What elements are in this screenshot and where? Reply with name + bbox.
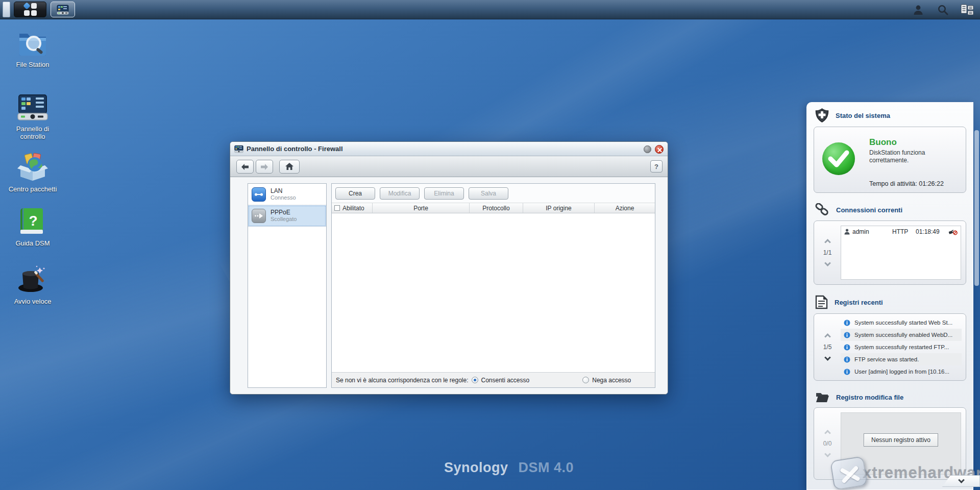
connections-header: Connessioni correnti (807, 198, 973, 219)
delete-button[interactable]: Elimina (424, 187, 464, 200)
allow-access-label: Consenti accesso (481, 377, 530, 384)
xtremehardware-logo (830, 456, 868, 490)
status-value: Buono (869, 137, 951, 148)
column-header-action[interactable]: Azione (595, 203, 655, 213)
control-panel-mini-icon (57, 5, 69, 15)
desktop-icon-file-station[interactable]: File Station (4, 27, 61, 68)
file-station-icon (16, 27, 49, 59)
window-toolbar: ? (230, 156, 668, 177)
desktop-icon-label: File Station (4, 61, 61, 68)
page-up-icon[interactable] (824, 333, 831, 340)
rules-toolbar: Crea Modifica Elimina Salva (332, 184, 655, 203)
page-up-icon[interactable] (824, 239, 831, 246)
close-button[interactable] (655, 145, 664, 154)
section-title: Registri recenti (835, 299, 883, 306)
select-all-checkbox[interactable] (334, 205, 340, 211)
quick-start-icon (16, 263, 49, 296)
connections-panel: 1/1 admin HTTP 01:18:49 (814, 220, 966, 285)
back-button[interactable] (236, 160, 254, 174)
log-entry[interactable]: FTP service was started. (841, 353, 962, 365)
user-icon[interactable] (912, 3, 925, 16)
window-controls (644, 145, 664, 154)
disconnect-icon[interactable] (948, 229, 958, 235)
taskbar-item-control-panel[interactable] (51, 2, 75, 17)
no-active-log-button[interactable]: Nessun registro attivo (864, 433, 938, 447)
column-header-source-ip[interactable]: IP origine (523, 203, 595, 213)
uptime-label: Tempo di attività: 01:26:22 (869, 180, 944, 187)
forward-arrow-icon (260, 163, 269, 170)
dsm-version: DSM 4.0 (519, 460, 574, 475)
package-center-icon (16, 151, 49, 184)
pilot-view-icon[interactable] (961, 3, 974, 16)
desktop-icon-label: Guida DSM (4, 239, 61, 247)
default-policy-label: Se non vi è alcuna corrispondenza con le… (336, 377, 469, 384)
log-entry[interactable]: System successfully enabled WebD... (841, 329, 962, 341)
system-status-panel: Buono DiskStation funziona correttamente… (814, 127, 966, 193)
connection-protocol: HTTP (892, 228, 916, 235)
rules-table-body (332, 213, 655, 372)
connection-time: 01:18:49 (916, 228, 948, 235)
window-titlebar[interactable]: Pannello di controllo - Firewall (230, 142, 668, 156)
interface-item-lan[interactable]: LAN Connesso (248, 184, 326, 205)
page-indicator: 1/1 (823, 249, 832, 256)
desktop-icon-label: Pannello di controllo (4, 125, 61, 140)
show-desktop-button[interactable] (3, 2, 10, 17)
connections-pager: 1/1 (817, 221, 838, 284)
interface-name: LAN (271, 187, 296, 194)
desktop-icon-control-panel[interactable]: Pannello di controllo (4, 91, 61, 140)
apps-grid-icon (24, 3, 37, 16)
connection-row[interactable]: admin HTTP 01:18:49 (841, 226, 961, 237)
log-document-icon (815, 295, 828, 309)
log-entry[interactable]: User [admin] logged in from [10.16... (841, 365, 962, 378)
page-down-icon[interactable] (824, 354, 831, 361)
desktop-icon-package-center[interactable]: Centro pacchetti (4, 151, 61, 193)
desktop-icon-quick-start[interactable]: Avvio veloce (4, 263, 61, 305)
recent-logs-panel: 1/5 System successfully started Web St..… (814, 313, 966, 381)
status-description: DiskStation funziona correttamente. (869, 149, 951, 164)
column-header-ports[interactable]: Porte (373, 203, 470, 213)
dsm-help-icon: ? (16, 205, 49, 238)
home-button[interactable] (279, 160, 300, 174)
create-button[interactable]: Crea (335, 187, 375, 200)
window-title: Pannello di controllo - Firewall (247, 145, 343, 153)
page-up-icon[interactable] (824, 430, 831, 436)
deny-access-radio[interactable] (582, 377, 589, 383)
log-entry[interactable]: System successfully started Web St... (841, 316, 962, 329)
logs-pager: 1/5 (817, 314, 838, 380)
column-header-enabled[interactable]: Abilitato (332, 203, 373, 213)
search-icon[interactable] (936, 3, 949, 16)
page-down-icon[interactable] (824, 451, 831, 457)
column-header-protocol[interactable]: Protocollo (470, 203, 523, 213)
folder-open-icon (815, 391, 829, 403)
svg-text:?: ? (29, 213, 37, 229)
edit-button[interactable]: Modifica (380, 187, 420, 200)
sidebar-scrollbar[interactable] (974, 130, 979, 286)
dsm-watermark: Synology DSM 4.0 (444, 460, 574, 476)
log-entry[interactable]: System successfully restarted FTP... (841, 341, 962, 353)
forward-button[interactable] (256, 160, 273, 174)
main-menu-button[interactable] (14, 2, 46, 17)
lan-icon (252, 187, 266, 202)
info-icon (844, 369, 850, 375)
page-down-icon[interactable] (824, 260, 831, 266)
deny-access-label: Nega accesso (592, 377, 631, 384)
minimize-button[interactable] (644, 145, 651, 153)
section-title: Connessioni correnti (836, 206, 902, 214)
save-button[interactable]: Salva (469, 187, 508, 200)
desktop-icon-label: Avvio veloce (4, 298, 61, 305)
interface-item-pppoe[interactable]: PPPoE Scollegato (248, 205, 326, 227)
pppoe-icon (252, 209, 266, 223)
allow-access-radio[interactable] (472, 377, 478, 383)
system-status-header: Stato del sistema (807, 103, 973, 125)
connection-user: admin (852, 228, 892, 235)
file-log-header: Registro modifica file (807, 385, 973, 406)
section-title: Stato del sistema (836, 112, 890, 119)
info-icon (844, 320, 850, 326)
page-indicator: 0/0 (823, 440, 832, 447)
synology-logo: Synology (444, 460, 508, 475)
help-button[interactable]: ? (650, 160, 663, 173)
desktop-icon-dsm-help[interactable]: ? Guida DSM (4, 205, 61, 247)
info-icon (844, 344, 850, 351)
status-good-icon (822, 142, 855, 175)
window-content: LAN Connesso PPPoE Scollegato Crea (230, 177, 668, 394)
